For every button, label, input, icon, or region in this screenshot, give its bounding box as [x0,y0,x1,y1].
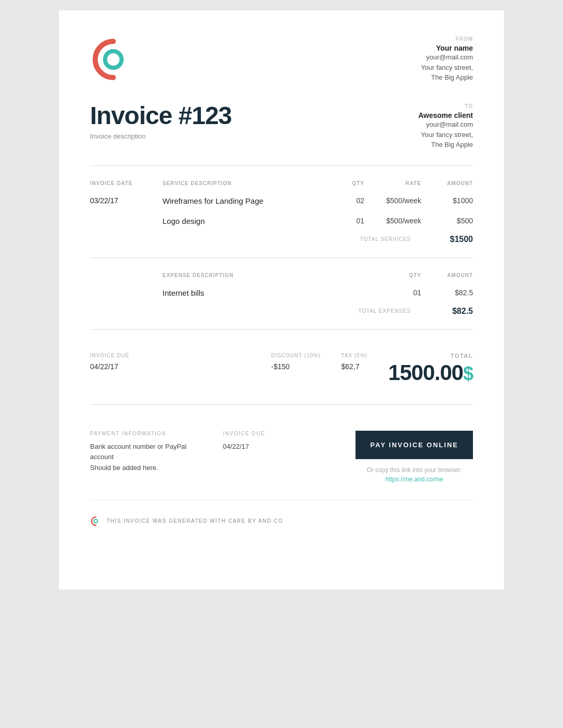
logo [90,36,137,83]
service-row-1: 03/22/17 Wireframes for Landing Page 02 … [90,189,473,209]
pay-link-text: Or copy this link into your browser: htt… [355,465,473,484]
expense-amount-1: $82.5 [421,289,473,297]
svg-point-0 [105,51,122,68]
from-name: Your name [421,44,473,52]
invoice-due-value: 04/22/17 [90,362,250,371]
service-amount-2: $500 [421,217,473,225]
payment-due-col: INVOICE DUE 04/22/17 [223,431,340,452]
to-email: your@mail.com [418,119,473,130]
services-total-value: $1500 [432,235,473,244]
divider-3 [90,329,473,330]
title-section: Invoice #123 Invoice description TO Awes… [90,103,473,150]
total-big-value: 1500.00$ [388,362,473,384]
footer-text: THIS INVOICE WAS GENERATED WITH CARE BY … [107,518,283,524]
divider-2 [90,257,473,258]
invoice-description: Invoice description [90,132,232,140]
expenses-header-row: EXPENSE DESCRIPTION QTY AMOUNT [90,268,473,281]
discount-label: DISCOUNT (10%) [271,353,321,358]
totals-section: INVOICE DUE 04/22/17 DISCOUNT (10%) -$15… [90,340,473,394]
total-integer: 1500.00 [388,360,463,385]
expenses-total-row: TOTAL EXPENSES $82.5 [90,301,473,319]
services-total-row: TOTAL SERVICES $1500 [90,230,473,247]
to-address2: The Big Apple [418,140,473,150]
service-desc-1: Wireframes for Landing Page [162,196,323,205]
to-label: TO [418,103,473,109]
services-header-row: INVOICE DATE SERVICE DESCRIPTION QTY RAT… [90,176,473,189]
total-big-label: TOTAL [388,353,473,359]
invoice-date-value: 03/22/17 [90,196,162,205]
footer: THIS INVOICE WAS GENERATED WITH CARE BY … [90,499,473,527]
service-desc-2: Logo design [162,217,323,225]
to-name: Awesome client [418,111,473,119]
col-service-qty: QTY [323,180,364,186]
footer-logo-icon [90,515,101,527]
col-service-desc: SERVICE DESCRIPTION [162,180,323,186]
expenses-total-label: TOTAL EXPENSES [358,308,411,314]
invoice-due-col: INVOICE DUE 04/22/17 [90,353,250,371]
invoice-title-block: Invoice #123 Invoice description [90,103,232,140]
payment-info-col: PAYMENT INFORMATION Bank account number … [90,431,208,474]
services-total-label: TOTAL SERVICES [360,236,411,242]
payment-info-label: PAYMENT INFORMATION [90,431,208,436]
tax-label: TAX (5%) [342,353,368,358]
invoice-page: FROM Your name your@mail.com Your fancy … [59,10,504,589]
pay-link-prefix: Or copy this link into your browser: [367,466,462,474]
col-invoice-date: INVOICE DATE [90,180,162,186]
pay-invoice-button[interactable]: PAY INVOICE ONLINE [355,431,473,459]
from-label: FROM [421,36,473,42]
service-qty-1: 02 [323,196,364,205]
payment-info-text: Bank account number or PayPal accountSho… [90,442,208,474]
divider-4 [90,404,473,405]
divider-1 [90,165,473,166]
service-qty-2: 01 [323,217,364,225]
invoice-title: Invoice #123 [90,103,232,128]
col-expense-amount: AMOUNT [421,272,473,278]
total-big-col: TOTAL 1500.00$ [388,353,473,384]
col-expense-qty: QTY [380,272,421,278]
from-address2: The Big Apple [421,72,473,83]
service-rate-2: $500/week [364,217,421,225]
expense-desc-1: Internet bills [162,289,380,297]
service-row-2: Logo design 01 $500/week $500 [90,209,473,230]
expense-qty-1: 01 [380,289,421,297]
payment-due-value: 04/22/17 [223,442,340,452]
invoice-due-label: INVOICE DUE [90,353,250,358]
pay-link-url[interactable]: https://me.and.co/me [386,476,443,483]
expenses-total-value: $82.5 [432,307,473,316]
service-rate-1: $500/week [364,196,421,205]
col-expense-empty [90,272,162,278]
service-amount-1: $1000 [421,196,473,205]
header: FROM Your name your@mail.com Your fancy … [90,36,473,83]
col-service-amount: AMOUNT [421,180,473,186]
col-expense-desc: EXPENSE DESCRIPTION [162,272,380,278]
col-service-rate: RATE [364,180,421,186]
svg-point-1 [111,49,115,53]
payment-section: PAYMENT INFORMATION Bank account number … [90,415,473,494]
payment-button-col: PAY INVOICE ONLINE Or copy this link int… [355,431,473,484]
from-address1: Your fancy street, [421,63,473,73]
from-block: FROM Your name your@mail.com Your fancy … [421,36,473,83]
tax-value: $62,7 [342,362,368,371]
services-section: INVOICE DATE SERVICE DESCRIPTION QTY RAT… [90,176,473,247]
svg-point-2 [94,519,98,523]
total-currency: $ [463,363,473,384]
payment-due-label: INVOICE DUE [223,431,340,436]
tax-col: TAX (5%) $62,7 [342,353,368,371]
to-address1: Your fancy street, [418,130,473,140]
to-block: TO Awesome client your@mail.com Your fan… [418,103,473,150]
expense-row-1: Internet bills 01 $82.5 [90,281,473,301]
discount-col: DISCOUNT (10%) -$150 [271,353,321,371]
expenses-section: EXPENSE DESCRIPTION QTY AMOUNT Internet … [90,268,473,319]
from-email: your@mail.com [421,52,473,63]
discount-value: -$150 [271,362,321,371]
